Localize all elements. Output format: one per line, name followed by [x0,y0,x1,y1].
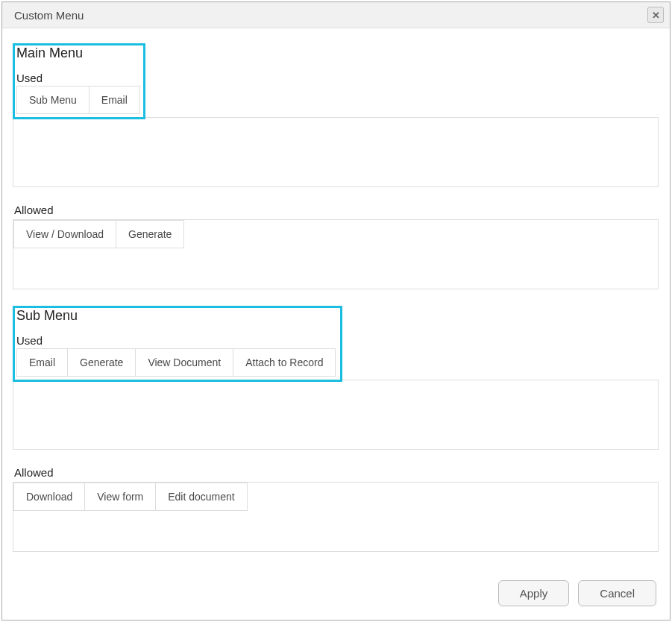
cancel-button[interactable]: Cancel [578,580,656,606]
sub-menu-used-item[interactable]: View Document [136,348,233,377]
sub-menu-used-item[interactable]: Email [16,348,68,377]
close-button[interactable]: ✕ [647,7,664,23]
dialog-footer: Apply Cancel [2,570,670,620]
custom-menu-dialog: Custom Menu ✕ Main Menu Used Sub Menu Em… [1,1,671,621]
sub-menu-allowed-area[interactable]: Download View form Edit document [13,482,659,552]
main-menu-allowed-item[interactable]: Generate [116,220,184,248]
sub-menu-used-item[interactable]: Generate [68,348,136,377]
close-icon: ✕ [652,10,660,21]
main-menu-used-area[interactable] [13,117,659,187]
main-menu-used-items: Sub Menu Email [16,86,137,114]
dialog-title: Custom Menu [14,9,84,22]
sub-menu-used-label: Used [15,334,334,347]
sub-menu-allowed-item[interactable]: Edit document [156,483,248,511]
main-menu-allowed-area[interactable]: View / Download Generate [13,219,659,289]
sub-menu-used-items: Email Generate View Document Attach to R… [16,348,334,377]
main-menu-used-label: Used [15,72,137,84]
main-menu-highlight: Main Menu Used Sub Menu Email [13,43,145,119]
sub-menu-used-area[interactable] [13,380,659,450]
main-menu-allowed-label: Allowed [13,204,659,216]
sub-menu-title: Sub Menu [15,308,334,324]
main-menu-used-item[interactable]: Sub Menu [16,86,90,114]
main-menu-used-item[interactable]: Email [90,86,140,114]
dialog-body: Main Menu Used Sub Menu Email Allowed Vi… [2,28,670,570]
sub-menu-allowed-items: Download View form Edit document [13,483,248,511]
main-menu-allowed-item[interactable]: View / Download [13,220,116,248]
apply-button[interactable]: Apply [498,580,570,606]
dialog-header: Custom Menu ✕ [2,2,670,28]
sub-menu-allowed-label: Allowed [13,466,659,479]
main-menu-title: Main Menu [15,45,137,61]
main-menu-allowed-items: View / Download Generate [13,220,184,248]
sub-menu-allowed-item[interactable]: Download [13,483,85,511]
sub-menu-allowed-item[interactable]: View form [85,483,156,511]
sub-menu-used-item[interactable]: Attach to Record [233,348,336,377]
sub-menu-highlight: Sub Menu Used Email Generate View Docume… [13,306,342,382]
